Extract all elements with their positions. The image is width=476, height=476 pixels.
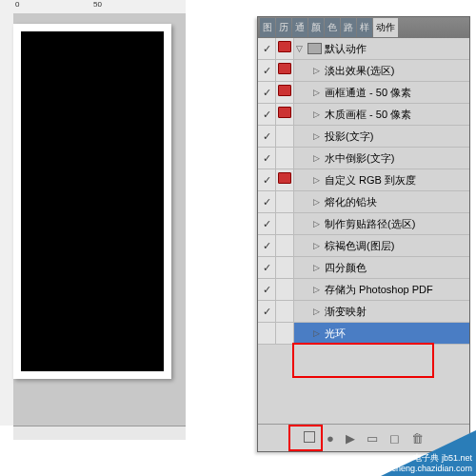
watermark: 电子典 jb51.netjiaocheng.chazidian.com [371,430,476,476]
chevron-right-icon[interactable]: ▷ [313,153,323,163]
toggle-dialog[interactable] [276,104,294,125]
ruler-horizontal: 0 50 [0,0,186,14]
action-row[interactable]: ✓▷画框通道 - 50 像素 [258,82,469,104]
toggle-check[interactable]: ✓ [258,38,276,59]
action-row[interactable]: ✓▷熔化的铅块 [258,191,469,213]
record-button[interactable]: ● [327,431,334,446]
folder-icon [307,43,322,54]
toggle-dialog[interactable] [276,301,294,322]
action-name: 淡出效果(选区) [325,64,394,78]
action-name: 木质画框 - 50 像素 [325,108,411,122]
action-name: 画框通道 - 50 像素 [325,86,411,100]
action-name: 棕褐色调(图层) [325,239,394,253]
toggle-check[interactable]: ✓ [258,82,276,103]
action-row[interactable]: ✓▷四分颜色 [258,257,469,279]
action-name: 四分颜色 [325,261,367,275]
toggle-check[interactable]: ✓ [258,126,276,147]
check-icon: ✓ [263,109,271,120]
chevron-right-icon[interactable]: ▷ [313,175,323,185]
toggle-dialog[interactable] [276,323,294,344]
document-content[interactable] [21,31,164,371]
check-icon: ✓ [263,65,271,76]
chevron-right-icon[interactable]: ▷ [313,197,323,207]
tab-color[interactable]: 颜 [308,18,324,37]
toggle-dialog[interactable] [276,191,294,212]
toggle-dialog[interactable] [276,148,294,169]
action-row[interactable]: ✓▷自定义 RGB 到灰度 [258,169,469,191]
action-row[interactable]: ✓▷棕褐色调(图层) [258,235,469,257]
tab-styles[interactable]: 样 [357,18,372,37]
toggle-dialog[interactable] [276,235,294,256]
toggle-check[interactable]: ✓ [258,257,276,278]
toggle-dialog[interactable] [276,126,294,147]
toggle-check[interactable]: ✓ [258,301,276,322]
check-icon: ✓ [263,306,271,317]
action-name: 制作剪贴路径(选区) [325,217,415,231]
horizontal-scrollbar[interactable] [13,426,186,440]
play-button[interactable]: ▶ [346,431,355,446]
action-row[interactable]: ✓▷水中倒影(文字) [258,148,469,169]
chevron-right-icon[interactable]: ▷ [313,241,323,250]
tab-actions[interactable]: 动作 [373,18,398,37]
toggle-check[interactable]: ✓ [258,235,276,256]
check-icon: ✓ [263,152,271,164]
toggle-check[interactable]: ✓ [258,279,276,300]
action-name: 光环 [325,327,346,341]
toggle-check[interactable]: ✓ [258,104,276,125]
chevron-right-icon[interactable]: ▷ [313,131,323,141]
ruler-vertical [0,13,14,426]
chevron-right-icon[interactable]: ▷ [313,66,323,75]
tab-swatches[interactable]: 色 [325,18,340,37]
check-icon: ✓ [263,87,271,98]
action-row[interactable]: ✓▷存储为 Photoshop PDF [258,279,469,301]
action-name: 渐变映射 [325,305,367,319]
toggle-dialog[interactable] [276,257,294,278]
tab-paths[interactable]: 路 [341,18,356,37]
toggle-dialog[interactable] [276,82,294,103]
action-row[interactable]: ✓▷淡出效果(选区) [258,60,469,82]
toggle-check[interactable] [258,323,276,344]
action-row[interactable]: ✓▷投影(文字) [258,126,469,148]
chevron-right-icon[interactable]: ▷ [313,328,323,338]
dialog-icon [278,85,291,96]
toggle-dialog[interactable] [276,169,294,190]
chevron-right-icon[interactable]: ▷ [313,285,323,294]
tab-channels[interactable]: 通 [292,18,307,37]
toggle-dialog[interactable] [276,279,294,300]
chevron-right-icon[interactable]: ▷ [313,88,323,97]
toggle-dialog[interactable] [276,60,294,81]
action-name: 投影(文字) [325,129,373,144]
action-name: 熔化的铅块 [325,195,377,209]
tab-history[interactable]: 历 [276,18,291,37]
chevron-right-icon[interactable]: ▷ [313,219,323,228]
action-name: 自定义 RGB 到灰度 [325,173,416,188]
watermark-text: jiaocheng.chazidian.com [378,464,472,473]
toggle-dialog[interactable] [276,38,294,59]
ruler-mark: 0 [15,0,19,9]
check-icon: ✓ [263,174,271,186]
stop-button[interactable] [304,431,315,446]
tab-layers[interactable]: 图 [260,18,275,37]
action-name: 存储为 Photoshop PDF [325,283,433,297]
check-icon: ✓ [263,43,271,54]
action-row[interactable]: ✓▷木质画框 - 50 像素 [258,104,469,126]
action-row[interactable]: ✓▷制作剪贴路径(选区) [258,213,469,235]
toggle-check[interactable]: ✓ [258,213,276,234]
toggle-dialog[interactable] [276,213,294,234]
document-window[interactable] [13,24,171,379]
toggle-check[interactable]: ✓ [258,60,276,81]
dialog-icon [278,172,291,184]
check-icon: ✓ [263,196,271,208]
canvas-area [13,13,186,426]
toggle-check[interactable]: ✓ [258,191,276,212]
check-icon: ✓ [263,130,271,142]
action-set-row[interactable]: ✓ ▽默认动作 [258,38,469,60]
action-row[interactable]: ▷光环 [258,323,469,345]
action-row[interactable]: ✓▷渐变映射 [258,301,469,323]
chevron-right-icon[interactable]: ▷ [313,263,323,272]
chevron-down-icon[interactable]: ▽ [296,44,306,53]
chevron-right-icon[interactable]: ▷ [313,307,323,316]
toggle-check[interactable]: ✓ [258,169,276,190]
chevron-right-icon[interactable]: ▷ [313,109,323,119]
toggle-check[interactable]: ✓ [258,148,276,169]
